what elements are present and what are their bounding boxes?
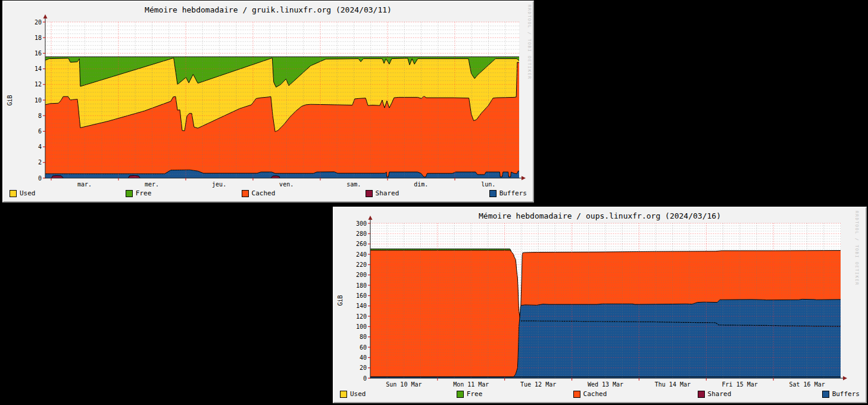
y-tick-label: 20 xyxy=(360,364,367,371)
legend-item-free: Free xyxy=(126,189,152,197)
x-tick-label: Sun 10 Mar xyxy=(386,381,421,388)
legend-label: Cached xyxy=(583,390,607,398)
y-tick-label: 140 xyxy=(356,303,367,309)
legend-item-free: Free xyxy=(457,390,483,398)
legend-swatch-shared xyxy=(366,190,373,197)
y-axis-arrow-icon xyxy=(43,14,48,18)
legend-label: Free xyxy=(467,390,483,398)
legend-swatch-cached xyxy=(242,190,249,197)
legend: UsedFreeCachedSharedBuffers xyxy=(10,189,527,197)
y-tick-label: 160 xyxy=(356,292,367,299)
y-axis-arrow-icon xyxy=(369,216,373,220)
x-tick-label: mer. xyxy=(145,181,159,188)
legend-item-used: Used xyxy=(340,390,366,398)
legend-swatch-buffers xyxy=(489,190,497,197)
y-tick-label: 80 xyxy=(360,334,367,340)
x-axis-arrow-icon xyxy=(522,176,526,180)
y-tick-label: 260 xyxy=(356,241,367,247)
y-tick-label: 60 xyxy=(360,344,367,351)
x-tick-label: ven. xyxy=(279,181,294,188)
x-tick-label: dim. xyxy=(414,181,428,188)
desktop-background: Mémoire hebdomadaire / gruik.linuxfr.org… xyxy=(0,0,868,405)
legend-item-buffers: Buffers xyxy=(822,390,860,398)
legend-swatch-buffers xyxy=(822,391,829,398)
legend-swatch-free xyxy=(126,190,133,197)
y-tick-label: 100 xyxy=(356,323,367,330)
y-tick-label: 120 xyxy=(356,313,367,320)
y-tick-label: 4 xyxy=(38,144,42,150)
legend-label: Shared xyxy=(708,390,732,398)
legend-item-buffers: Buffers xyxy=(489,189,527,197)
y-tick-label: 2 xyxy=(38,159,42,166)
y-tick-label: 240 xyxy=(356,251,367,258)
chart-canvas: 0204060801001201401601802002202402602803… xyxy=(334,208,868,404)
y-tick-label: 20 xyxy=(35,19,42,26)
y-tick-label: 0 xyxy=(363,375,367,382)
x-tick-label: jeu. xyxy=(212,181,226,188)
rrd-graph-window-gruik: Mémoire hebdomadaire / gruik.linuxfr.org… xyxy=(2,1,534,202)
x-tick-label: Sat 16 Mar xyxy=(789,381,825,388)
legend-label: Used xyxy=(20,189,36,197)
y-tick-label: 18 xyxy=(35,35,42,41)
x-tick-label: mar. xyxy=(77,181,92,188)
legend-label: Buffers xyxy=(499,189,527,197)
x-tick-label: Thu 14 Mar xyxy=(655,381,691,388)
legend-item-cached: Cached xyxy=(242,189,276,197)
legend-item-shared: Shared xyxy=(698,390,732,398)
legend-swatch-free xyxy=(457,391,464,398)
legend-label: Free xyxy=(136,189,152,197)
legend: UsedFreeCachedSharedBuffers xyxy=(340,390,860,398)
legend-label: Cached xyxy=(252,189,276,197)
x-tick-label: sam. xyxy=(346,181,361,188)
y-tick-label: 8 xyxy=(38,113,42,119)
legend-item-shared: Shared xyxy=(366,189,399,197)
y-tick-label: 220 xyxy=(356,261,367,268)
legend-swatch-cached xyxy=(573,391,580,398)
y-tick-label: 0 xyxy=(38,175,42,182)
legend-label: Used xyxy=(350,390,366,398)
legend-item-used: Used xyxy=(10,189,36,197)
y-tick-label: 300 xyxy=(356,220,367,227)
y-tick-label: 6 xyxy=(38,128,42,135)
rrd-graph-window-oups: Mémoire hebdomadaire / oups.linuxfr.org … xyxy=(333,207,867,403)
legend-label: Buffers xyxy=(832,390,860,398)
y-tick-label: 200 xyxy=(356,272,367,278)
legend-label: Shared xyxy=(376,189,399,197)
y-tick-label: 12 xyxy=(35,81,42,88)
legend-swatch-used xyxy=(340,391,347,398)
y-tick-label: 10 xyxy=(35,97,42,104)
legend-swatch-shared xyxy=(698,391,705,398)
chart-canvas: 02468101214161820mar.mer.jeu.ven.sam.dim… xyxy=(4,2,535,204)
x-tick-label: Fri 15 Mar xyxy=(722,381,758,388)
y-tick-label: 40 xyxy=(360,354,367,361)
x-axis-arrow-icon xyxy=(843,376,847,381)
y-tick-label: 14 xyxy=(35,66,42,72)
x-tick-label: Wed 13 Mar xyxy=(588,381,623,388)
y-tick-label: 180 xyxy=(356,282,367,289)
x-tick-label: Mon 11 Mar xyxy=(453,381,489,388)
legend-swatch-used xyxy=(10,190,17,197)
legend-item-cached: Cached xyxy=(573,390,607,398)
x-tick-label: lun. xyxy=(481,181,495,188)
y-tick-label: 280 xyxy=(356,230,367,237)
x-tick-label: Tue 12 Mar xyxy=(520,381,556,388)
y-tick-label: 16 xyxy=(35,50,42,57)
